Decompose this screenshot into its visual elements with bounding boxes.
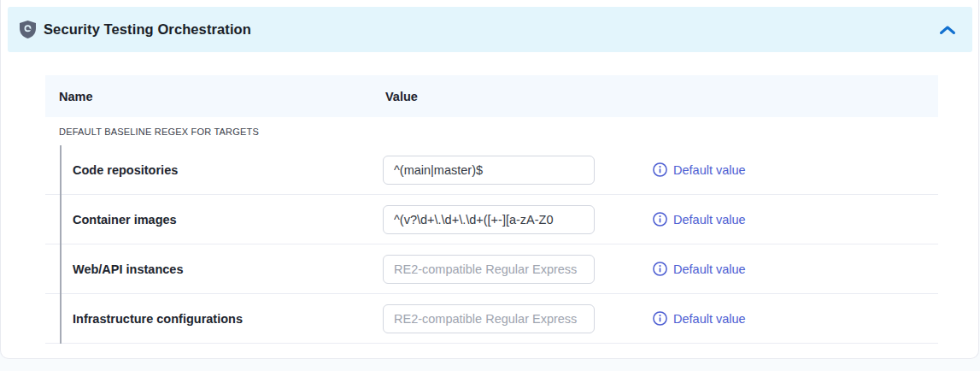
row-label: Infrastructure configurations [73,312,383,326]
regex-input-container-images[interactable] [383,205,595,234]
table-row-infrastructure-configurations: Infrastructure configurations Default va… [45,294,938,344]
table-row-container-images: Container images Default value [45,195,938,244]
settings-table: Name Value DEFAULT BASELINE REGEX FOR TA… [45,75,938,344]
default-value-label: Default value [673,312,746,326]
settings-card: Security Testing Orchestration Name Valu… [0,0,979,359]
default-value-link[interactable]: Default value [653,262,746,276]
table-row-code-repositories: Code repositories Default value [45,145,938,195]
column-header-value: Value [383,90,418,103]
row-label: Container images [73,213,383,227]
column-header-name: Name [45,90,383,103]
default-value-label: Default value [673,262,746,276]
default-value-link[interactable]: Default value [653,162,746,177]
rows-group: Code repositories Default value Containe… [45,145,938,344]
section-label: DEFAULT BASELINE REGEX FOR TARGETS [45,117,938,145]
section-title: Security Testing Orchestration [44,21,251,38]
table-header-row: Name Value [45,75,938,117]
default-value-label: Default value [673,213,746,227]
default-value-link[interactable]: Default value [653,311,746,326]
info-icon [653,162,667,177]
regex-input-infrastructure-configurations[interactable] [383,304,595,333]
indent-line [60,145,62,344]
regex-input-web-api-instances[interactable] [383,255,595,284]
row-label: Web/API instances [73,262,383,276]
section-header[interactable]: Security Testing Orchestration [8,7,972,52]
default-value-link[interactable]: Default value [653,212,746,227]
info-icon [653,262,667,276]
default-value-label: Default value [673,163,746,177]
chevron-up-icon[interactable] [938,24,957,36]
info-icon [653,311,667,326]
row-label: Code repositories [73,163,383,177]
info-icon [653,212,667,227]
regex-input-code-repositories[interactable] [383,156,595,185]
shield-icon [20,21,36,38]
table-row-web-api-instances: Web/API instances Default value [45,244,938,294]
